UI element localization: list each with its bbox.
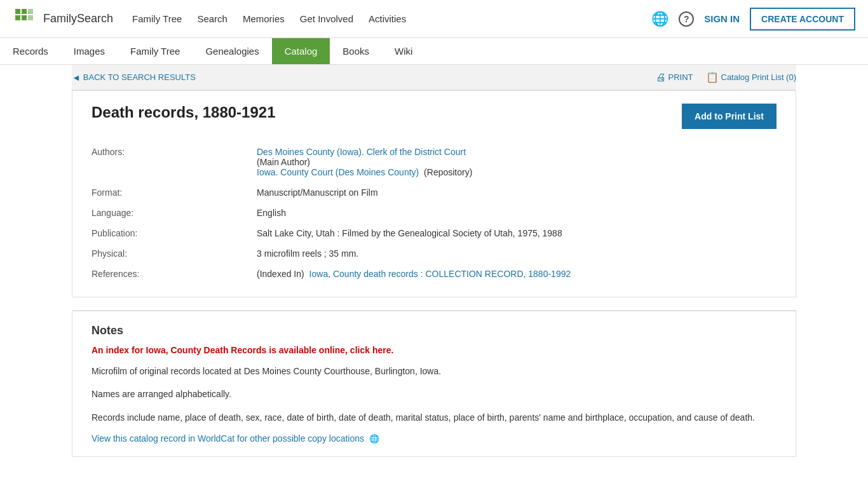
physical-value: 3 microfilm reels ; 35 mm.	[257, 243, 776, 264]
notes-paragraph-3: Records include name, place of death, se…	[92, 410, 776, 424]
authors-label: Authors:	[92, 142, 257, 182]
authors-value: Des Moines County (Iowa). Clerk of the D…	[257, 142, 776, 182]
subnav-wiki[interactable]: Wiki	[382, 38, 425, 64]
back-to-search-link[interactable]: ◄ BACK TO SEARCH RESULTS	[72, 72, 196, 83]
back-bar-right: 🖨 PRINT 📋 Catalog Print List (0)	[656, 71, 797, 83]
publication-row: Publication: Salt Lake City, Utah : Film…	[92, 223, 776, 243]
printer-icon: 🖨	[656, 72, 666, 83]
svg-rect-4	[28, 9, 33, 14]
svg-rect-5	[28, 15, 33, 20]
subnav-images[interactable]: Images	[61, 38, 118, 64]
publication-value: Salt Lake City, Utah : Filmed by the Gen…	[257, 223, 776, 243]
add-to-print-button[interactable]: Add to Print List	[682, 104, 776, 129]
author-repo-note: (Repository)	[424, 167, 472, 177]
references-value: (Indexed In) Iowa, County death records …	[257, 264, 776, 284]
notes-paragraph-1: Microfilm of original records located at…	[92, 364, 776, 378]
format-value: Manuscript/Manuscript on Film	[257, 182, 776, 203]
sign-in-button[interactable]: SIGN IN	[704, 13, 740, 24]
author-main-link[interactable]: Des Moines County (Iowa). Clerk of the D…	[257, 147, 466, 157]
references-row: References: (Indexed In) Iowa, County de…	[92, 264, 776, 284]
language-value: English	[257, 203, 776, 223]
record-details-table: Authors: Des Moines County (Iowa). Clerk…	[92, 142, 776, 284]
subnav-genealogies[interactable]: Genealogies	[193, 38, 271, 64]
logo-text: FamilySearch	[43, 12, 113, 25]
list-icon: 📋	[706, 71, 719, 83]
nav-memories[interactable]: Memories	[243, 13, 285, 24]
nav-family-tree[interactable]: Family Tree	[132, 13, 182, 24]
record-title: Death records, 1880-1921	[92, 104, 276, 121]
record-title-area: Death records, 1880-1921 Add to Print Li…	[92, 104, 776, 129]
author-main-note: (Main Author)	[257, 157, 310, 167]
globe-icon[interactable]: 🌐	[651, 11, 668, 27]
authors-row: Authors: Des Moines County (Iowa). Clerk…	[92, 142, 776, 182]
notes-title: Notes	[92, 324, 776, 337]
references-link[interactable]: Iowa, County death records : COLLECTION …	[309, 269, 571, 279]
catalog-print-list-link[interactable]: 📋 Catalog Print List (0)	[706, 71, 797, 83]
sub-navigation: Records Images Family Tree Genealogies C…	[0, 38, 868, 65]
top-nav-right: 🌐 ? SIGN IN CREATE ACCOUNT	[651, 8, 855, 30]
notes-alert-link[interactable]: An index for Iowa, County Death Records …	[92, 345, 393, 355]
svg-rect-3	[22, 15, 27, 20]
help-icon[interactable]: ?	[679, 11, 694, 27]
nav-search[interactable]: Search	[197, 13, 227, 24]
language-row: Language: English	[92, 203, 776, 223]
nav-activities[interactable]: Activities	[369, 13, 406, 24]
svg-rect-1	[22, 9, 27, 14]
print-link[interactable]: 🖨 PRINT	[656, 72, 693, 83]
subnav-family-tree[interactable]: Family Tree	[118, 38, 193, 64]
top-navigation: FamilySearch Family Tree Search Memories…	[0, 0, 868, 38]
back-bar: ◄ BACK TO SEARCH RESULTS 🖨 PRINT 📋 Catal…	[72, 65, 796, 90]
author-repo-link[interactable]: Iowa. County Court (Des Moines County)	[257, 167, 419, 177]
globe-icon-inline: 🌐	[369, 434, 379, 444]
subnav-catalog[interactable]: Catalog	[272, 38, 330, 64]
logo-link[interactable]: FamilySearch	[13, 6, 113, 32]
references-label: References:	[92, 264, 257, 284]
subnav-books[interactable]: Books	[330, 38, 382, 64]
notes-section: Notes An index for Iowa, County Death Re…	[72, 311, 796, 457]
physical-row: Physical: 3 microfilm reels ; 35 mm.	[92, 243, 776, 264]
notes-paragraph-2: Names are arranged alphabetically.	[92, 387, 776, 401]
physical-label: Physical:	[92, 243, 257, 264]
notes-alert[interactable]: An index for Iowa, County Death Records …	[92, 345, 776, 355]
worldcat-paragraph: View this catalog record in WorldCat for…	[92, 433, 776, 444]
create-account-button[interactable]: CREATE ACCOUNT	[750, 8, 855, 30]
subnav-records[interactable]: Records	[0, 38, 61, 64]
chevron-left-icon: ◄	[72, 72, 81, 83]
format-row: Format: Manuscript/Manuscript on Film	[92, 182, 776, 203]
record-container: Death records, 1880-1921 Add to Print Li…	[72, 90, 796, 297]
nav-get-involved[interactable]: Get Involved	[300, 13, 353, 24]
logo-icon	[13, 6, 38, 32]
references-prefix: (Indexed In)	[257, 269, 304, 279]
worldcat-link[interactable]: View this catalog record in WorldCat for…	[92, 433, 364, 444]
top-nav-links: Family Tree Search Memories Get Involved…	[132, 13, 651, 24]
format-label: Format:	[92, 182, 257, 203]
svg-rect-2	[15, 15, 20, 20]
svg-rect-0	[15, 9, 20, 14]
language-label: Language:	[92, 203, 257, 223]
publication-label: Publication:	[92, 223, 257, 243]
